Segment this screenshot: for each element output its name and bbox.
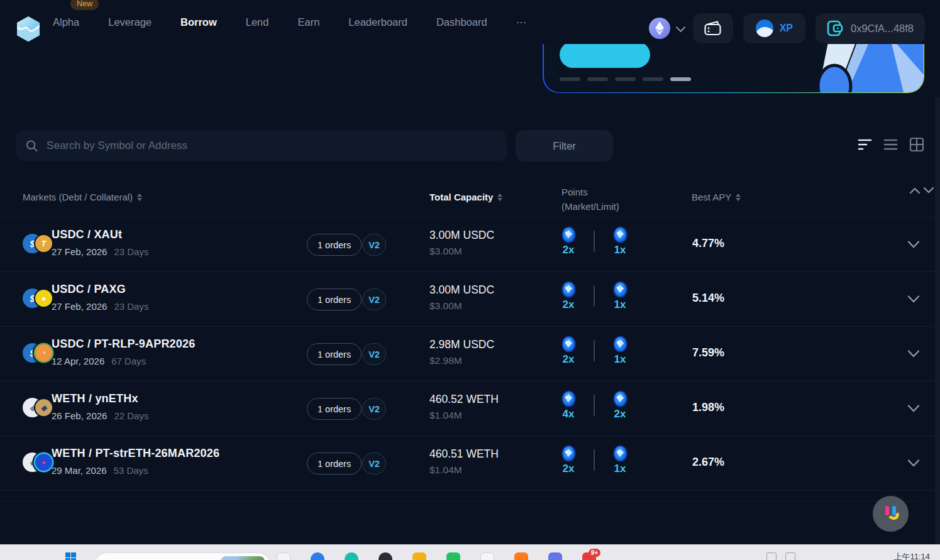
points-divider xyxy=(594,231,595,252)
orders-pill[interactable]: 1 orders xyxy=(307,288,362,310)
nav-links: AlphaNewLeverageBorrowLendEarnLeaderboar… xyxy=(53,0,526,44)
version-pill[interactable]: V2 xyxy=(362,288,386,310)
chevron-down-icon[interactable] xyxy=(907,295,920,304)
list-view-icon[interactable] xyxy=(883,138,898,151)
table-row[interactable]: $ ● USDC / PAXG 27 Feb, 202623 Days 1 or… xyxy=(0,272,940,327)
search-input[interactable] xyxy=(47,140,497,152)
sort-icon xyxy=(137,194,142,201)
market-pair-label: WETH / PT-strETH-26MAR2026 xyxy=(52,447,219,460)
carousel-dot[interactable] xyxy=(670,77,691,81)
table-row[interactable]: $ T USDC / XAUt 27 Feb, 202623 Days 1 or… xyxy=(0,217,940,272)
grid-view-icon[interactable] xyxy=(909,137,924,152)
os-taskbar: 9+ 上午11:14 xyxy=(0,544,940,560)
nav-item-dashboard[interactable]: Dashboard xyxy=(436,16,487,28)
best-apy-value: 1.98% xyxy=(692,401,724,414)
version-pill[interactable]: V2 xyxy=(362,453,386,475)
app-icon[interactable] xyxy=(412,552,426,560)
table-row[interactable]: ◆ ● WETH / PT-strETH-26MAR2026 29 Mar, 2… xyxy=(0,436,940,491)
new-badge: New xyxy=(70,0,99,10)
points-divider xyxy=(594,449,595,471)
banner-carousel-dots xyxy=(560,77,691,81)
search-icon xyxy=(26,140,38,152)
column-markets[interactable]: Markets (Debt / Collateral) xyxy=(23,192,142,202)
table-row[interactable]: $ ◔ USDC / PT-RLP-9APR2026 12 Apr, 20266… xyxy=(0,327,940,382)
points-header-line2: (Market/Limit) xyxy=(561,199,619,214)
nav-item-alpha[interactable]: AlphaNew xyxy=(53,16,79,28)
days-remaining: 22 Days xyxy=(114,410,148,421)
network-selector[interactable] xyxy=(649,18,683,39)
orders-pill[interactable]: 1 orders xyxy=(307,453,362,475)
expand-collapse-all[interactable] xyxy=(909,185,934,197)
table-bottom-divider xyxy=(0,501,924,502)
nav-item-earn[interactable]: Earn xyxy=(297,16,319,28)
taskbar-search-box[interactable] xyxy=(94,552,270,560)
banner-cta-button[interactable] xyxy=(560,41,650,68)
total-capacity-value: 3.00M USDC xyxy=(429,229,494,242)
nav-item-leaderboard[interactable]: Leaderboard xyxy=(348,16,407,28)
sort-lines-icon[interactable] xyxy=(858,138,872,151)
app-icon[interactable] xyxy=(379,552,392,560)
points-gem-icon xyxy=(613,445,628,462)
chat-widget-button[interactable] xyxy=(873,496,909,532)
markets-header-label: Markets (Debt / Collateral) xyxy=(23,192,133,202)
nav-item-lend[interactable]: Lend xyxy=(246,16,269,28)
windows-start-icon[interactable] xyxy=(65,552,76,560)
view-toggles xyxy=(858,137,924,152)
app-icon[interactable] xyxy=(311,552,324,560)
nav-right-controls: XP 0x9CfA...48f8 xyxy=(649,13,925,43)
app-icon[interactable] xyxy=(277,552,290,560)
carousel-dot[interactable] xyxy=(587,77,608,81)
taskbar-app-icons: 9+ xyxy=(277,552,596,560)
market-multiplier: 2x xyxy=(563,299,575,311)
portfolio-wallet-button[interactable] xyxy=(693,13,733,43)
chevron-down-icon xyxy=(923,187,934,194)
nav-item-[interactable]: ⋯ xyxy=(516,16,527,28)
carousel-dot[interactable] xyxy=(615,77,636,81)
column-best-apy[interactable]: Best APY xyxy=(692,192,741,202)
chevron-down-icon[interactable] xyxy=(907,404,920,413)
filter-button[interactable]: Filter xyxy=(516,130,613,162)
app-icon[interactable] xyxy=(480,552,494,560)
nav-item-leverage[interactable]: Leverage xyxy=(108,16,152,28)
banner-illustration xyxy=(809,36,924,92)
search-box[interactable] xyxy=(16,130,507,162)
maturity-date: 27 Feb, 2026 xyxy=(52,301,107,312)
chevron-down-icon[interactable] xyxy=(907,240,920,249)
chevron-up-icon xyxy=(909,187,921,194)
limit-multiplier: 1x xyxy=(614,463,626,475)
chevron-down-icon[interactable] xyxy=(907,459,920,468)
xp-button[interactable]: XP xyxy=(743,13,805,43)
app-icon[interactable] xyxy=(345,552,358,560)
collateral-token-icon: ● xyxy=(35,454,52,471)
orders-pill[interactable]: 1 orders xyxy=(307,234,362,256)
capacity-header-label: Total Capacity xyxy=(429,192,493,202)
app-icon[interactable] xyxy=(446,552,460,560)
points-gem-icon xyxy=(613,390,628,407)
wallet-address-label: 0x9CfA...48f8 xyxy=(851,23,914,35)
chevron-down-icon[interactable] xyxy=(907,349,920,358)
collateral-token-icon: T xyxy=(35,235,52,252)
search-highlight-thumbnail xyxy=(221,556,265,560)
version-pill[interactable]: V2 xyxy=(362,234,386,256)
app-logo[interactable] xyxy=(15,16,41,42)
app-icon[interactable]: 9+ xyxy=(582,552,596,560)
version-pill[interactable]: V2 xyxy=(362,343,386,365)
carousel-dot[interactable] xyxy=(560,77,580,81)
best-apy-value: 5.14% xyxy=(692,292,724,305)
total-capacity-usd: $1.04M xyxy=(429,410,462,421)
points-multipliers: 2x 1x xyxy=(552,445,636,475)
wallet-address-button[interactable]: 0x9CfA...48f8 xyxy=(816,13,925,43)
app-icon[interactable] xyxy=(548,552,562,560)
carousel-dot[interactable] xyxy=(643,77,663,81)
orders-pill[interactable]: 1 orders xyxy=(307,398,362,420)
version-pill[interactable]: V2 xyxy=(362,398,386,420)
app-icon[interactable] xyxy=(514,552,528,560)
points-multipliers: 2x 1x xyxy=(552,336,636,366)
nav-item-borrow[interactable]: Borrow xyxy=(180,16,217,28)
column-total-capacity[interactable]: Total Capacity xyxy=(429,192,502,202)
taskbar-clock[interactable]: 上午11:14 xyxy=(893,551,930,560)
orders-pill[interactable]: 1 orders xyxy=(307,343,362,365)
system-tray-icons[interactable] xyxy=(766,552,795,560)
sort-icon xyxy=(497,194,502,201)
table-row[interactable]: ◆ ◆ WETH / ynETHx 26 Feb, 202622 Days 1 … xyxy=(0,382,940,436)
